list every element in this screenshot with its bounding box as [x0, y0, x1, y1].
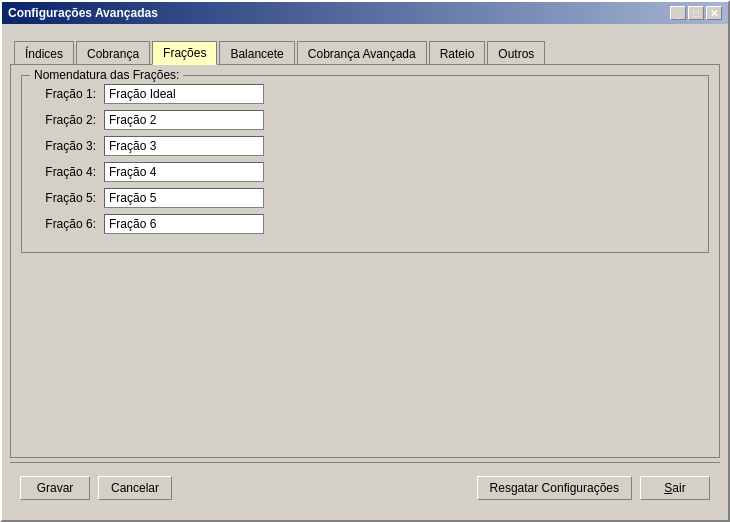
window-title: Configurações Avançadas [8, 6, 158, 20]
fraction-label-4: Fração 4: [34, 165, 104, 179]
tab-cobranca[interactable]: Cobrança [76, 41, 150, 65]
tab-indices[interactable]: Índices [14, 41, 74, 65]
fraction-input-3[interactable] [104, 136, 264, 156]
fraction-label-6: Fração 6: [34, 217, 104, 231]
cancelar-button[interactable]: Cancelar [98, 476, 172, 500]
group-legend: Nomendatura das Frações: [30, 68, 183, 82]
main-window: Configurações Avançadas _ □ ✕ Índices Co… [0, 0, 730, 522]
title-bar: Configurações Avançadas _ □ ✕ [2, 2, 728, 24]
title-bar-buttons: _ □ ✕ [670, 6, 722, 20]
fraction-input-5[interactable] [104, 188, 264, 208]
footer: Gravar Cancelar Resgatar Configurações S… [10, 462, 720, 512]
fractions-group: Nomendatura das Frações: Fração 1: Fraçã… [21, 75, 709, 253]
top-border [10, 32, 720, 40]
tab-balancete[interactable]: Balancete [219, 41, 294, 65]
footer-right-buttons: Resgatar Configurações Sair [477, 476, 710, 500]
fraction-row-2: Fração 2: [34, 110, 696, 130]
window-content: Índices Cobrança Frações Balancete Cobra… [2, 24, 728, 520]
tab-outros[interactable]: Outros [487, 41, 545, 65]
fraction-input-2[interactable] [104, 110, 264, 130]
fraction-label-5: Fração 5: [34, 191, 104, 205]
fraction-label-2: Fração 2: [34, 113, 104, 127]
sair-button[interactable]: Sair [640, 476, 710, 500]
fraction-row-5: Fração 5: [34, 188, 696, 208]
tab-fracoes[interactable]: Frações [152, 41, 217, 65]
tabs-row: Índices Cobrança Frações Balancete Cobra… [10, 40, 720, 64]
fraction-input-6[interactable] [104, 214, 264, 234]
fraction-label-3: Fração 3: [34, 139, 104, 153]
fraction-row-1: Fração 1: [34, 84, 696, 104]
tab-content: Nomendatura das Frações: Fração 1: Fraçã… [10, 64, 720, 458]
close-button[interactable]: ✕ [706, 6, 722, 20]
gravar-button[interactable]: Gravar [20, 476, 90, 500]
fraction-label-1: Fração 1: [34, 87, 104, 101]
fraction-row-6: Fração 6: [34, 214, 696, 234]
fraction-input-1[interactable] [104, 84, 264, 104]
sair-label-rest: air [672, 481, 685, 495]
resgatar-button[interactable]: Resgatar Configurações [477, 476, 632, 500]
footer-left-buttons: Gravar Cancelar [20, 476, 172, 500]
tab-rateio[interactable]: Rateio [429, 41, 486, 65]
tab-cobranca-avancada[interactable]: Cobrança Avançada [297, 41, 427, 65]
minimize-button[interactable]: _ [670, 6, 686, 20]
fraction-row-4: Fração 4: [34, 162, 696, 182]
maximize-button[interactable]: □ [688, 6, 704, 20]
fraction-input-4[interactable] [104, 162, 264, 182]
fraction-row-3: Fração 3: [34, 136, 696, 156]
